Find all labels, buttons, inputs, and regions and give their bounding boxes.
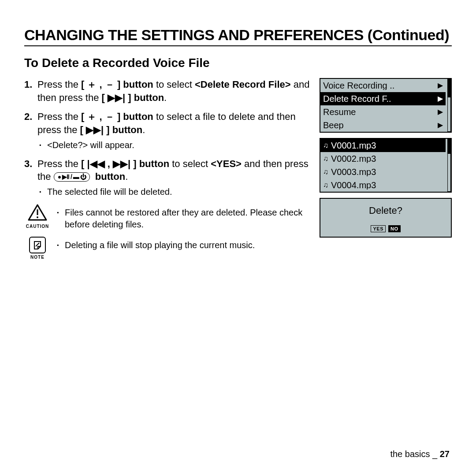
- page-title: CHANGING THE SETTINGS AND PREFERENCES (C…: [24, 26, 452, 46]
- menu-item-label: Beep: [323, 121, 436, 130]
- text: to select: [169, 158, 211, 169]
- menu-item-label: Voice Recording ..: [323, 81, 436, 90]
- music-icon: ♫: [323, 182, 328, 189]
- chevron-right-icon: ▶: [438, 82, 443, 89]
- device-screens-column: Voice Recording ..▶Delete Record F..▶Res…: [320, 78, 452, 238]
- file-list-screen: ♫V0001.mp3♫V0002.mp3♫V0003.mp3♫V0004.mp3: [320, 138, 452, 193]
- prev-next-button-ref: [ |◀◀ , ▶▶| ] button: [81, 158, 169, 169]
- plus-minus-button-ref: [ ＋ , － ] button: [81, 79, 153, 90]
- scrollbar: [447, 139, 451, 192]
- scrollbar-thumb: [448, 139, 450, 154]
- note-icon: [29, 237, 46, 253]
- file-item: ♫V0003.mp3: [320, 165, 446, 178]
- music-icon: ♫: [323, 168, 328, 175]
- confirm-no: NO: [388, 225, 401, 232]
- menu-item: Voice Recording ..▶: [320, 79, 446, 92]
- next-button-ref: [ ▶▶| ] button: [102, 92, 164, 103]
- text: Press the: [37, 79, 81, 90]
- menu-screen: Voice Recording ..▶Delete Record F..▶Res…: [320, 78, 452, 133]
- page-footer: the basics _ 27: [390, 449, 450, 459]
- caution-text: Files cannot be restored after they are …: [57, 207, 310, 231]
- plus-minus-button-ref: [ ＋ , － ] button: [81, 111, 153, 122]
- caution-label: CAUTION: [24, 223, 51, 230]
- file-item: ♫V0001.mp3: [320, 139, 446, 152]
- menu-item: Beep▶: [320, 119, 446, 132]
- text: button: [95, 171, 125, 182]
- yes-ref: <YES>: [211, 158, 242, 169]
- file-item-label: V0004.mp3: [331, 181, 443, 190]
- scrollbar: [447, 79, 451, 132]
- section-title: To Delete a Recorded Voice File: [24, 56, 452, 70]
- menu-item: Resume▶: [320, 105, 446, 119]
- footer-sep: _: [430, 449, 440, 459]
- step-1: Press the [ ＋ , － ] button to select <De…: [24, 78, 310, 104]
- note-text: Deleting a file will stop playing the cu…: [57, 239, 310, 251]
- file-item-label: V0002.mp3: [331, 154, 443, 163]
- file-item: ♫V0004.mp3: [320, 178, 446, 192]
- note-label: NOTE: [24, 254, 51, 260]
- text: to select: [153, 79, 195, 90]
- file-item-label: V0003.mp3: [331, 167, 443, 176]
- text: Press the: [37, 111, 81, 122]
- caution-icon: [28, 204, 47, 221]
- music-icon: ♫: [323, 142, 328, 149]
- next-button-ref: [ ▶▶| ] button: [80, 124, 143, 135]
- confirm-yes: YES: [371, 225, 386, 232]
- step-3: Press the [ |◀◀ , ▶▶| ] button to select…: [24, 157, 310, 198]
- text: .: [125, 171, 128, 182]
- svg-point-2: [37, 216, 38, 218]
- step-2-sub: <Delete?> will appear.: [37, 139, 310, 151]
- footer-page-number: 27: [440, 449, 450, 459]
- menu-item-label: Resume: [323, 108, 436, 116]
- caution-block: CAUTION Files cannot be restored after t…: [24, 204, 310, 231]
- text: .: [164, 92, 167, 103]
- instructions-column: Press the [ ＋ , － ] button to select <De…: [24, 78, 310, 260]
- music-icon: ♫: [323, 155, 328, 162]
- footer-section: the basics: [390, 449, 430, 459]
- menu-item: Delete Record F..▶: [320, 92, 446, 105]
- step-3-sub: The selected file will be deleted.: [37, 186, 310, 198]
- note-block: NOTE Deleting a file will stop playing t…: [24, 237, 310, 260]
- file-item-label: V0001.mp3: [331, 141, 443, 150]
- menu-item-label: Delete Record F..: [323, 94, 436, 103]
- chevron-right-icon: ▶: [438, 95, 443, 102]
- text: .: [142, 124, 145, 135]
- play-power-button-icon: ● ▶Ⅱ / ▬ ⏻: [54, 172, 90, 182]
- chevron-right-icon: ▶: [438, 108, 443, 115]
- step-2: Press the [ ＋ , － ] button to select a f…: [24, 110, 310, 151]
- file-item: ♫V0002.mp3: [320, 152, 446, 165]
- scrollbar-thumb: [448, 79, 450, 97]
- text: Press the: [37, 158, 81, 169]
- confirm-screen: Delete? YES NO: [320, 198, 452, 238]
- menu-ref: <Delete Record File>: [195, 79, 291, 90]
- chevron-right-icon: ▶: [438, 122, 443, 129]
- confirm-question: Delete?: [325, 205, 446, 216]
